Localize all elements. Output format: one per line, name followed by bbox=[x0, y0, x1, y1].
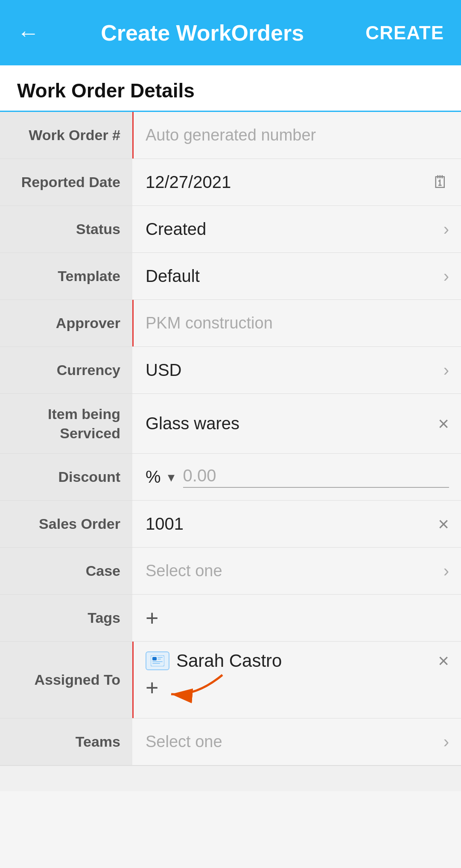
chevron-right-icon: › bbox=[443, 732, 449, 751]
chevron-right-icon: › bbox=[443, 220, 449, 239]
label-approver: Approver bbox=[0, 300, 132, 346]
label-tags: Tags bbox=[0, 595, 132, 641]
bottom-area bbox=[0, 765, 461, 791]
back-button[interactable]: ← bbox=[17, 20, 39, 46]
svg-rect-5 bbox=[152, 663, 160, 664]
input-reported-date[interactable]: 12/27/2021 🗓 bbox=[132, 159, 461, 205]
clear-sales-order-button[interactable]: × bbox=[438, 513, 449, 535]
chevron-right-icon: › bbox=[443, 267, 449, 286]
label-item-serviced: Item being Serviced bbox=[0, 394, 132, 453]
page-title: Create WorkOrders bbox=[39, 20, 365, 46]
select-case[interactable]: Select one › bbox=[132, 548, 461, 594]
label-assigned-to: Assigned To bbox=[0, 642, 132, 718]
add-tag-button[interactable]: + bbox=[146, 607, 158, 629]
select-template[interactable]: Default › bbox=[132, 253, 461, 299]
arrow-annotation bbox=[163, 671, 231, 705]
assigned-user-row: Sarah Castro × bbox=[146, 650, 449, 672]
field-template: Template Default › bbox=[0, 253, 461, 300]
section-title-bar: Work Order Details bbox=[0, 65, 461, 112]
label-discount: Discount bbox=[0, 454, 132, 500]
label-sales-order: Sales Order bbox=[0, 501, 132, 547]
select-item-serviced[interactable]: Glass wares × bbox=[132, 394, 461, 453]
field-assigned-to: Assigned To Sarah Castro × bbox=[0, 642, 461, 718]
field-work-order-number: Work Order # Auto generated number bbox=[0, 112, 461, 159]
calendar-icon[interactable]: 🗓 bbox=[432, 173, 449, 192]
user-avatar-icon bbox=[146, 651, 169, 670]
select-currency[interactable]: USD › bbox=[132, 347, 461, 393]
svg-rect-1 bbox=[152, 657, 157, 660]
label-case: Case bbox=[0, 548, 132, 594]
field-item-serviced: Item being Serviced Glass wares × bbox=[0, 394, 461, 454]
field-discount: Discount % ▾ 0.00 bbox=[0, 454, 461, 501]
field-teams: Teams Select one › bbox=[0, 718, 461, 765]
add-assigned-row: + bbox=[146, 675, 158, 701]
work-order-form: Work Order # Auto generated number Repor… bbox=[0, 112, 461, 765]
chevron-right-icon: › bbox=[443, 361, 449, 380]
field-sales-order: Sales Order 1001 × bbox=[0, 501, 461, 548]
chevron-right-icon: › bbox=[443, 561, 449, 581]
tags-add[interactable]: + bbox=[132, 595, 461, 641]
remove-assigned-user-button[interactable]: × bbox=[438, 650, 449, 672]
label-teams: Teams bbox=[0, 718, 132, 765]
field-case: Case Select one › bbox=[0, 548, 461, 595]
label-currency: Currency bbox=[0, 347, 132, 393]
add-assigned-button[interactable]: + bbox=[146, 675, 158, 701]
field-currency: Currency USD › bbox=[0, 347, 461, 394]
discount-type: % bbox=[146, 467, 161, 487]
discount-dropdown-icon[interactable]: ▾ bbox=[168, 469, 175, 485]
app-header: ← Create WorkOrders CREATE bbox=[0, 0, 461, 65]
field-tags: Tags + bbox=[0, 595, 461, 642]
input-work-order-number[interactable]: Auto generated number bbox=[132, 112, 461, 158]
label-work-order-number: Work Order # bbox=[0, 112, 132, 158]
svg-rect-3 bbox=[158, 659, 161, 660]
input-sales-order[interactable]: 1001 × bbox=[132, 501, 461, 547]
select-status[interactable]: Created › bbox=[132, 206, 461, 252]
clear-item-serviced-button[interactable]: × bbox=[438, 413, 449, 434]
field-status: Status Created › bbox=[0, 206, 461, 253]
assigned-to-field: Sarah Castro × + bbox=[132, 642, 461, 718]
svg-rect-2 bbox=[158, 657, 163, 658]
input-approver[interactable]: PKM construction bbox=[132, 300, 461, 346]
discount-value[interactable]: 0.00 bbox=[183, 466, 449, 488]
select-teams[interactable]: Select one › bbox=[132, 718, 461, 765]
label-template: Template bbox=[0, 253, 132, 299]
svg-rect-4 bbox=[152, 661, 163, 662]
label-reported-date: Reported Date bbox=[0, 159, 132, 205]
label-status: Status bbox=[0, 206, 132, 252]
field-reported-date: Reported Date 12/27/2021 🗓 bbox=[0, 159, 461, 206]
svg-rect-0 bbox=[151, 655, 164, 666]
field-approver: Approver PKM construction bbox=[0, 300, 461, 347]
create-button[interactable]: CREATE bbox=[365, 22, 444, 44]
section-title: Work Order Details bbox=[17, 79, 195, 102]
assigned-user-name: Sarah Castro bbox=[176, 651, 431, 671]
discount-field[interactable]: % ▾ 0.00 bbox=[132, 454, 461, 500]
